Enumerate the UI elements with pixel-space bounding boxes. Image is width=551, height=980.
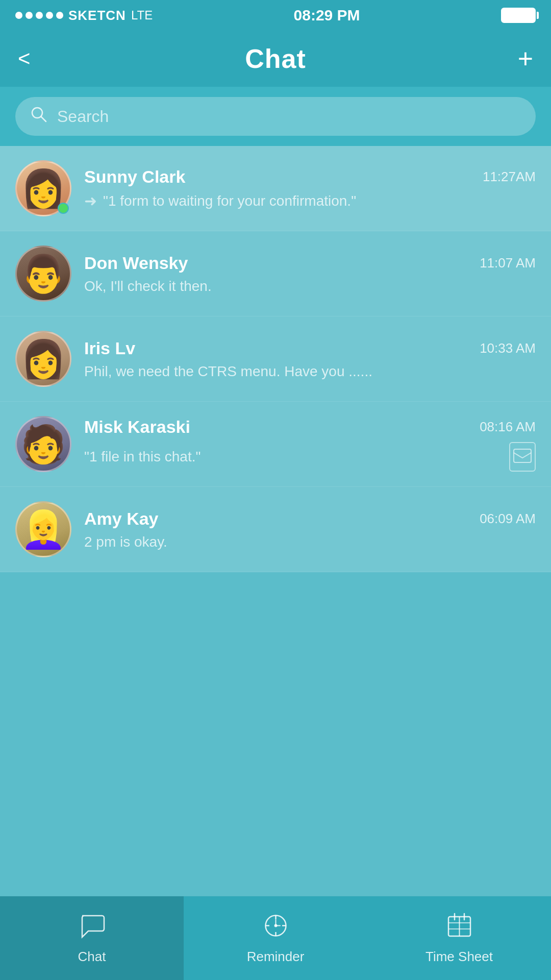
chat-time-amy: 06:09 AM	[480, 511, 536, 527]
chat-name-amy: Amy Kay	[84, 509, 159, 529]
network-type: LTE	[131, 8, 153, 22]
chat-preview-sunny: ➜ "1 form to waiting for your confirmati…	[84, 192, 356, 210]
tab-reminder-label: Reminder	[247, 949, 305, 965]
svg-point-0	[32, 108, 42, 118]
status-bar-left: SKETCN LTE	[15, 8, 153, 23]
chat-preview-row-amy: 2 pm is okay.	[84, 534, 536, 550]
signal-dot-3	[36, 12, 43, 19]
chat-time-sunny: 11:27AM	[483, 169, 536, 185]
tab-chat[interactable]: Chat	[0, 896, 184, 980]
chat-content-don: Don Wensky 11:07 AM Ok, I'll check it th…	[84, 253, 536, 295]
chat-item-amy[interactable]: Amy Kay 06:09 AM 2 pm is okay.	[0, 487, 551, 572]
tab-bar: Chat Reminder	[0, 896, 551, 980]
chat-preview-row-misk: "1 file in this chat."	[84, 442, 536, 472]
status-bar: SKETCN LTE 08:29 PM	[0, 0, 551, 31]
chat-content-amy: Amy Kay 06:09 AM 2 pm is okay.	[84, 509, 536, 550]
avatar-misk	[15, 416, 71, 472]
search-bar[interactable]: Search	[15, 97, 536, 136]
tab-timesheet[interactable]: Time Sheet	[367, 896, 551, 980]
forward-arrow-icon: ➜	[84, 192, 97, 210]
chat-header-misk: Misk Karaski 08:16 AM	[84, 417, 536, 437]
signal-dot-1	[15, 12, 22, 19]
chat-preview-row-sunny: ➜ "1 form to waiting for your confirmati…	[84, 192, 536, 210]
chat-preview-row-iris: Phil, we need the CTRS menu. Have you ..…	[84, 363, 536, 380]
chat-item-misk[interactable]: Misk Karaski 08:16 AM "1 file in this ch…	[0, 402, 551, 487]
chat-item-sunny[interactable]: Sunny Clark 11:27AM ➜ "1 form to waiting…	[0, 146, 551, 231]
search-placeholder[interactable]: Search	[57, 107, 109, 126]
chat-preview-text-sunny: "1 form to waiting for your confirmation…	[103, 193, 356, 209]
tab-reminder[interactable]: Reminder	[184, 896, 367, 980]
back-button[interactable]: <	[18, 46, 43, 71]
chat-preview-text-iris: Phil, we need the CTRS menu. Have you ..…	[84, 363, 372, 380]
chat-item-don[interactable]: Don Wensky 11:07 AM Ok, I'll check it th…	[0, 231, 551, 316]
signal-dot-4	[46, 12, 53, 19]
avatar-wrap-misk	[15, 416, 71, 472]
carrier-name: SKETCN	[68, 8, 126, 23]
battery-icon	[501, 8, 536, 23]
avatar-iris	[15, 331, 71, 387]
avatar-amy	[15, 501, 71, 557]
add-button[interactable]: +	[508, 43, 533, 74]
chat-preview-text-don: Ok, I'll check it then.	[84, 278, 212, 295]
chat-name-sunny: Sunny Clark	[84, 167, 185, 187]
header: < Chat +	[0, 31, 551, 87]
avatar-don	[15, 246, 71, 302]
page-title: Chat	[245, 43, 306, 74]
chat-name-iris: Iris Lv	[84, 338, 135, 358]
avatar-wrap-don	[15, 246, 71, 302]
chat-content-misk: Misk Karaski 08:16 AM "1 file in this ch…	[84, 417, 536, 472]
avatar-wrap-iris	[15, 331, 71, 387]
chat-name-don: Don Wensky	[84, 253, 188, 273]
avatar-wrap-sunny	[15, 160, 71, 216]
chat-header-sunny: Sunny Clark 11:27AM	[84, 167, 536, 187]
chat-preview-text-misk: "1 file in this chat."	[84, 449, 201, 465]
chat-content-sunny: Sunny Clark 11:27AM ➜ "1 form to waiting…	[84, 167, 536, 210]
signal-dot-2	[26, 12, 33, 19]
chat-content-iris: Iris Lv 10:33 AM Phil, we need the CTRS …	[84, 338, 536, 380]
file-attachment-icon	[509, 442, 536, 472]
signal-dots	[15, 12, 63, 19]
chat-list: Sunny Clark 11:27AM ➜ "1 form to waiting…	[0, 146, 551, 572]
chat-time-iris: 10:33 AM	[480, 340, 536, 356]
chat-preview-text-amy: 2 pm is okay.	[84, 534, 167, 550]
timesheet-tab-icon	[445, 912, 473, 944]
svg-rect-2	[514, 449, 531, 462]
status-time: 08:29 PM	[294, 7, 360, 24]
chat-header-don: Don Wensky 11:07 AM	[84, 253, 536, 273]
chat-time-misk: 08:16 AM	[480, 419, 536, 435]
online-indicator-sunny	[58, 203, 69, 214]
chat-header-amy: Amy Kay 06:09 AM	[84, 509, 536, 529]
chat-tab-icon	[78, 912, 106, 944]
signal-dot-5	[56, 12, 63, 19]
avatar-wrap-amy	[15, 501, 71, 557]
chat-header-iris: Iris Lv 10:33 AM	[84, 338, 536, 358]
svg-line-1	[41, 117, 46, 121]
reminder-tab-icon	[262, 912, 290, 944]
chat-time-don: 11:07 AM	[480, 255, 536, 271]
search-container: Search	[0, 87, 551, 146]
chat-preview-row-don: Ok, I'll check it then.	[84, 278, 536, 295]
chat-name-misk: Misk Karaski	[84, 417, 190, 437]
search-icon	[31, 106, 47, 127]
tab-chat-label: Chat	[78, 949, 106, 965]
chat-item-iris[interactable]: Iris Lv 10:33 AM Phil, we need the CTRS …	[0, 316, 551, 402]
tab-timesheet-label: Time Sheet	[425, 949, 493, 965]
